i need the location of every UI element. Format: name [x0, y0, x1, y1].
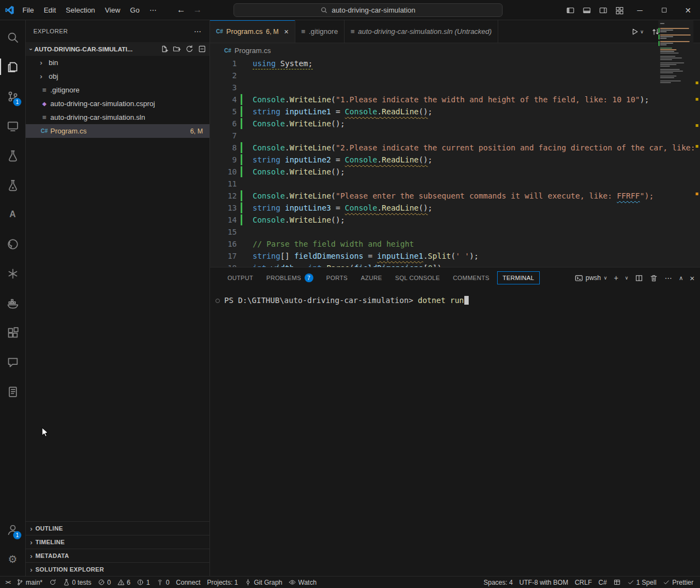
section-solution-explorer[interactable]: ›SOLUTION EXPLORER	[26, 562, 209, 576]
panel-tab-sql-console[interactable]: SQL CONSOLE	[390, 271, 446, 284]
status-item-1[interactable]: 1	[133, 577, 153, 588]
code-editor[interactable]: 1using System;234Console.WriteLine("1.Pl…	[210, 57, 700, 267]
maximize-panel-icon[interactable]: ∧	[679, 275, 683, 282]
tab-program-cs[interactable]: C#Program.cs6, M×	[210, 20, 295, 43]
panel-tab-problems[interactable]: PROBLEMS7	[261, 270, 319, 286]
search-icon[interactable]	[0, 22, 25, 52]
file-row-bin[interactable]: ›bin	[26, 56, 209, 69]
back-button[interactable]: ←	[177, 5, 185, 15]
close-panel-icon[interactable]: ×	[690, 273, 695, 283]
sidebar-more-actions-icon[interactable]: ⋯	[194, 27, 202, 36]
new-terminal-icon[interactable]: +	[614, 274, 618, 282]
menu-file[interactable]: File	[18, 4, 39, 16]
github-icon[interactable]	[0, 229, 25, 259]
file-row--gitignore[interactable]: ≡.gitignore	[26, 83, 209, 97]
forward-button[interactable]: →	[193, 5, 202, 15]
tab-auto-driving-car-simulation-sln-untracked-[interactable]: ≡auto-driving-car-simulation.sln (Untrac…	[345, 20, 498, 43]
code-line: 12Console.WriteLine("Please enter the su…	[210, 190, 700, 202]
toggle-sidebar-icon[interactable]	[562, 0, 579, 20]
git-file-icon: ≡	[301, 27, 306, 36]
panel-more-actions-icon[interactable]: ⋯	[664, 274, 672, 282]
line-number: 2	[210, 69, 253, 81]
file-row-auto-driving-car-simulation-csproj[interactable]: ◆auto-driving-car-simulation.csproj	[26, 97, 209, 110]
run-button[interactable]: ∨	[631, 27, 644, 36]
status-item-c#[interactable]: C#	[595, 577, 610, 588]
panel-tab-azure[interactable]: AZURE	[355, 271, 388, 284]
file-row-obj[interactable]: ›obj	[26, 69, 209, 83]
new-folder-icon[interactable]	[173, 45, 181, 53]
launch-profile-chevron-icon[interactable]: ∨	[625, 275, 629, 281]
chat-icon[interactable]	[0, 347, 25, 377]
terminal-profile[interactable]: pwsh ∨	[575, 274, 608, 282]
section-outline[interactable]: ›OUTLINE	[26, 521, 209, 535]
status-item-sync[interactable]	[46, 577, 60, 588]
command-decoration-icon[interactable]	[215, 299, 220, 303]
tree-root-folder[interactable]: › AUTO-DRIVING-CAR-SIMULATI...	[26, 42, 209, 56]
menu-more[interactable]: ⋯	[144, 4, 161, 16]
panel-tab-ports[interactable]: PORTS	[321, 271, 353, 284]
command-center-search[interactable]: auto-driving-car-simulation	[234, 3, 503, 17]
customize-layout-icon[interactable]	[611, 0, 628, 20]
status-item-remote[interactable]: ><	[2, 577, 13, 588]
file-label: bin	[49, 59, 58, 67]
refresh-icon[interactable]	[185, 45, 194, 53]
file-row-auto-driving-car-simulation-sln[interactable]: ≡auto-driving-car-simulation.sln	[26, 110, 209, 124]
status-item-0-tests[interactable]: 0 tests	[60, 577, 95, 588]
tab--gitignore[interactable]: ≡.gitignore	[295, 20, 345, 43]
maximize-window-button[interactable]	[652, 0, 676, 20]
minimap[interactable]	[658, 20, 693, 102]
notebook-icon[interactable]	[0, 377, 25, 406]
split-terminal-icon[interactable]	[635, 274, 643, 282]
openai-icon[interactable]	[0, 259, 25, 288]
explorer-icon[interactable]	[0, 52, 25, 81]
status-item-crlf[interactable]: CRLF	[571, 577, 595, 588]
menu-view[interactable]: View	[100, 4, 125, 16]
extensions-icon[interactable]	[0, 318, 25, 347]
menu-edit[interactable]: Edit	[39, 4, 61, 16]
test-explorer-icon[interactable]	[0, 170, 25, 200]
toggle-panel-icon[interactable]	[579, 0, 595, 20]
panel-tab-comments[interactable]: COMMENTS	[447, 271, 495, 284]
source-control-icon[interactable]: 1	[0, 81, 25, 111]
file-row-program-cs[interactable]: C#Program.cs6, M	[26, 124, 209, 138]
status-item-utf-8-with-bom[interactable]: UTF-8 with BOM	[516, 577, 571, 588]
docker-icon[interactable]	[0, 288, 25, 318]
panel-tab-output[interactable]: OUTPUT	[222, 271, 259, 284]
status-item-watch[interactable]: Watch	[285, 577, 320, 588]
terminal[interactable]: PS D:\GITHUB\auto-driving-car-simulation…	[210, 288, 700, 576]
status-item-prettier[interactable]: Prettier	[660, 577, 697, 588]
activity-bar: 1A 1⚙	[0, 20, 26, 576]
breadcrumb[interactable]: C# Program.cs	[210, 43, 700, 57]
git-change-bar	[241, 142, 242, 153]
new-file-icon[interactable]	[160, 45, 168, 53]
settings-icon[interactable]: ⚙	[0, 544, 25, 574]
collapse-all-icon[interactable]	[198, 45, 206, 53]
kill-terminal-icon[interactable]	[650, 274, 658, 282]
azure-icon[interactable]: A	[0, 200, 25, 229]
close-window-button[interactable]: ✕	[676, 0, 700, 20]
status-item-projects-1[interactable]: Projects: 1	[204, 577, 242, 588]
vscode-logo-icon	[5, 5, 14, 15]
section-timeline[interactable]: ›TIMELINE	[26, 535, 209, 549]
menu-selection[interactable]: Selection	[61, 4, 100, 16]
testing-icon[interactable]	[0, 141, 25, 170]
minimize-window-button[interactable]: ─	[628, 0, 652, 20]
status-item-6[interactable]: 6	[114, 577, 134, 588]
status-item-1-spell[interactable]: 1 Spell	[624, 577, 660, 588]
line-number: 13	[210, 202, 253, 214]
toggle-secondary-sidebar-icon[interactable]	[595, 0, 611, 20]
account-icon[interactable]: 1	[0, 515, 25, 544]
status-item-main-[interactable]: main*	[13, 577, 46, 588]
status-item-connect[interactable]: Connect	[173, 577, 204, 588]
section-metadata[interactable]: ›METADATA	[26, 549, 209, 562]
remote-explorer-icon[interactable]	[0, 111, 25, 141]
status-item-table[interactable]	[610, 577, 624, 588]
panel-tab-terminal[interactable]: TERMINAL	[497, 271, 540, 284]
status-item-0[interactable]: 0	[153, 577, 173, 588]
menu-go[interactable]: Go	[125, 4, 144, 16]
close-tab-icon[interactable]: ×	[284, 27, 289, 36]
status-item-spaces-4[interactable]: Spaces: 4	[480, 577, 516, 588]
status-item-0[interactable]: 0	[95, 577, 114, 588]
status-item-git-graph[interactable]: Git Graph	[241, 577, 285, 588]
sync-icon	[49, 579, 56, 586]
